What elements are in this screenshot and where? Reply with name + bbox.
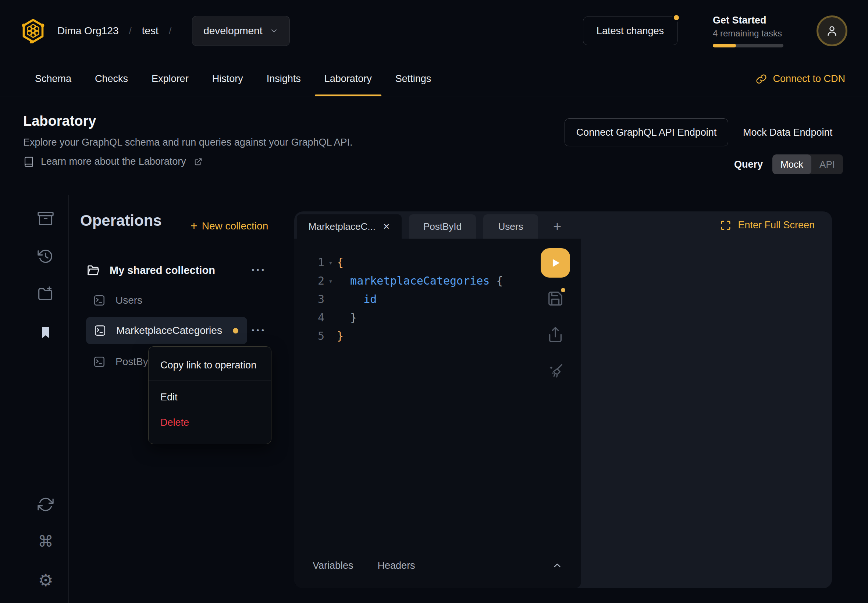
- mode-mock-option[interactable]: Mock: [772, 155, 811, 174]
- collection-menu-button[interactable]: •••: [252, 266, 266, 274]
- book-icon: [23, 156, 34, 167]
- fold-spacer: [324, 308, 337, 327]
- app-root: Dima Org123 / test / development Latest …: [0, 0, 868, 603]
- operation-item-users[interactable]: Users: [93, 292, 142, 309]
- page-description: Explore your GraphQL schema and run quer…: [23, 137, 352, 148]
- tab-history[interactable]: History: [212, 62, 243, 96]
- code-line: 1 ▾ {: [294, 254, 581, 272]
- fold-toggle-icon[interactable]: ▾: [324, 254, 337, 272]
- line-number: 5: [294, 327, 324, 345]
- get-started-title: Get Started: [713, 15, 783, 26]
- line-number: 4: [294, 308, 324, 327]
- play-icon: [549, 257, 562, 269]
- menu-item-delete[interactable]: Delete: [149, 409, 271, 436]
- code-token: marketplaceCategories: [337, 272, 496, 290]
- collapse-chevron-icon[interactable]: [552, 560, 563, 571]
- variables-tab[interactable]: Variables: [313, 560, 353, 571]
- editor-tab-strip: MarketplaceC... ✕ PostById Users +: [297, 214, 569, 239]
- operation-icon: [93, 294, 106, 307]
- editor-tab-label: MarketplaceC...: [309, 221, 376, 232]
- operation-name: MarketplaceCategories: [116, 325, 222, 336]
- operation-item-marketplacecategories[interactable]: MarketplaceCategories: [86, 317, 247, 344]
- user-icon: [825, 24, 839, 38]
- editor-tab-users[interactable]: Users: [483, 214, 538, 239]
- unsaved-changes-dot: [561, 288, 565, 292]
- get-started-widget[interactable]: Get Started 4 remaining tasks: [713, 15, 783, 48]
- tab-laboratory[interactable]: Laboratory: [324, 62, 372, 96]
- menu-item-copy-link[interactable]: Copy link to operation: [149, 349, 271, 380]
- variant-label: development: [203, 25, 262, 37]
- connect-to-cdn-link[interactable]: Connect to CDN: [756, 62, 845, 96]
- operations-heading: Operations: [80, 212, 162, 229]
- share-operation-button[interactable]: [547, 326, 564, 343]
- sidebar-item-history[interactable]: [37, 247, 54, 265]
- learn-more-link[interactable]: Learn more about the Laboratory: [23, 156, 202, 167]
- enter-fullscreen-button[interactable]: Enter Full Screen: [720, 220, 815, 231]
- unsaved-changes-dot: [233, 328, 238, 334]
- tab-insights[interactable]: Insights: [267, 62, 301, 96]
- query-mode-toggle: Mock API: [772, 155, 843, 174]
- refresh-icon: [37, 496, 54, 513]
- tab-settings[interactable]: Settings: [395, 62, 432, 96]
- latest-changes-label: Latest changes: [597, 25, 664, 37]
- nav-tabs: Schema Checks Explorer History Insights …: [35, 62, 431, 96]
- link-icon: [756, 74, 767, 85]
- page-title: Laboratory: [23, 113, 96, 129]
- code-token: id: [337, 290, 377, 308]
- tab-checks[interactable]: Checks: [95, 62, 128, 96]
- graphos-logo-icon[interactable]: [21, 19, 46, 43]
- save-operation-button[interactable]: [547, 290, 564, 307]
- run-query-button[interactable]: [541, 248, 570, 278]
- editor-tab-marketplacecategories[interactable]: MarketplaceC... ✕: [297, 214, 402, 239]
- code-editor[interactable]: 1 ▾ { 2 ▾ marketplaceCategories { 3 id: [294, 239, 581, 543]
- code-token: }: [337, 327, 343, 345]
- format-query-button[interactable]: [547, 362, 564, 379]
- avatar[interactable]: [817, 15, 847, 46]
- variant-dropdown[interactable]: development: [192, 16, 290, 46]
- close-icon[interactable]: ✕: [383, 222, 390, 232]
- code-token: }: [337, 308, 357, 327]
- connect-graphql-endpoint-button[interactable]: Connect GraphQL API Endpoint: [565, 118, 728, 146]
- line-number: 2: [294, 272, 324, 290]
- progress-fill: [713, 44, 736, 48]
- new-tab-button[interactable]: +: [545, 214, 569, 239]
- operation-menu-button[interactable]: •••: [252, 326, 266, 335]
- sidebar-item-operation-collections[interactable]: [37, 324, 54, 342]
- code-line: 4 }: [294, 308, 581, 327]
- operation-icon: [93, 324, 107, 337]
- learn-more-label: Learn more about the Laboratory: [41, 156, 186, 167]
- top-bar: Dima Org123 / test / development Latest …: [0, 0, 868, 62]
- mode-api-option[interactable]: API: [811, 155, 843, 174]
- fold-toggle-icon[interactable]: ▾: [324, 272, 337, 290]
- code-line: 5 }: [294, 327, 581, 345]
- menu-divider: [149, 380, 271, 381]
- laboratory-panel: MarketplaceC... ✕ PostById Users + Enter…: [294, 212, 832, 588]
- connect-to-cdn-label: Connect to CDN: [773, 73, 845, 85]
- sidebar-item-sync[interactable]: [37, 496, 54, 513]
- sidebar-item-shortcuts[interactable]: ⌘: [37, 533, 54, 550]
- tab-explorer[interactable]: Explorer: [152, 62, 189, 96]
- sidebar-item-settings[interactable]: ⚙: [37, 571, 54, 589]
- latest-changes-button[interactable]: Latest changes: [583, 17, 678, 45]
- operation-icon: [93, 355, 106, 368]
- breadcrumb-separator: /: [129, 25, 132, 37]
- headers-tab[interactable]: Headers: [378, 560, 415, 571]
- collection-row[interactable]: My shared collection: [86, 261, 215, 280]
- menu-item-edit[interactable]: Edit: [149, 385, 271, 409]
- operation-item-postbyid[interactable]: PostById: [93, 353, 157, 371]
- bookmark-icon: [38, 325, 53, 340]
- breadcrumb-graph[interactable]: test: [142, 25, 158, 37]
- command-icon: ⌘: [38, 534, 53, 549]
- upload-icon: [547, 326, 564, 343]
- new-collection-button[interactable]: + New collection: [190, 219, 268, 233]
- breadcrumb-org[interactable]: Dima Org123: [57, 25, 119, 37]
- tab-schema[interactable]: Schema: [35, 62, 71, 96]
- fullscreen-icon: [720, 220, 731, 231]
- context-menu: Copy link to operation Edit Delete: [148, 346, 271, 444]
- archive-box-icon: [37, 210, 54, 226]
- mock-data-endpoint-link[interactable]: Mock Data Endpoint: [743, 118, 832, 146]
- sidebar-item-documentation[interactable]: [37, 210, 54, 227]
- sidebar-item-new-collection[interactable]: [37, 284, 54, 302]
- editor-tab-postbyid[interactable]: PostById: [409, 214, 476, 239]
- new-collection-label: New collection: [202, 220, 269, 232]
